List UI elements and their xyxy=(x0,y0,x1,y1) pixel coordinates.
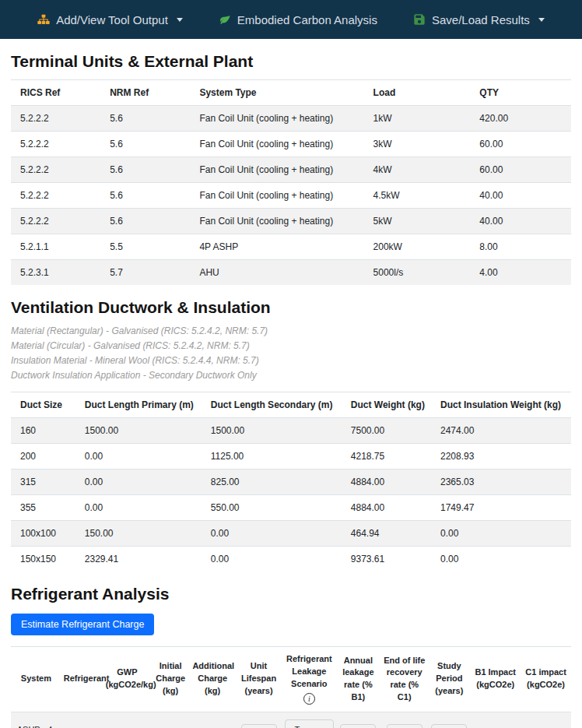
column-header: Duct Length Secondary (m) xyxy=(202,392,342,418)
note-line: Insulation Material - Mineral Wool (RICS… xyxy=(11,355,571,366)
table-cell: 160 xyxy=(11,418,75,444)
column-header: Duct Insulation Weight (kg) xyxy=(431,392,571,418)
study-period-input[interactable] xyxy=(431,724,467,728)
estimate-refrigerant-charge-button[interactable]: Estimate Refrigerant Charge xyxy=(11,614,154,635)
table-cell: 4.00 xyxy=(470,260,571,286)
table-cell: 1500.00 xyxy=(75,418,202,444)
table-row: 150x1502329.410.009373.610.00 xyxy=(11,547,571,572)
gwp-cell: 3 xyxy=(103,712,151,728)
column-header: System Type xyxy=(190,80,363,106)
table-row: 5.2.1.15.54P ASHP200kW8.00 xyxy=(11,234,571,260)
chevron-down-icon xyxy=(538,18,545,22)
refrigerant-title: Refrigerant Analysis xyxy=(11,585,571,603)
table-cell: 0.00 xyxy=(202,547,342,572)
eol-recovery-rate-input[interactable] xyxy=(387,724,422,728)
refrigerant-cell: R290 xyxy=(61,712,103,728)
table-row: ASHP - 4-Pipe ASHP R290 3 350 0 Type 1 1… xyxy=(11,712,571,728)
column-header-label: Refrigerant Leakage Scenario xyxy=(285,653,333,691)
table-cell: 4884.00 xyxy=(342,495,431,521)
table-cell: 7500.00 xyxy=(342,418,431,444)
table-cell: 5.6 xyxy=(100,157,190,183)
table-cell: 40.00 xyxy=(470,183,571,209)
table-cell: 1kW xyxy=(364,106,471,132)
ventilation-title: Ventilation Ductwork & Insulation xyxy=(11,298,571,317)
table-cell: 0.00 xyxy=(75,495,202,521)
unit-lifespan-input[interactable] xyxy=(241,724,277,728)
table-cell: Fan Coil Unit (cooling + heating) xyxy=(190,209,363,234)
ductwork-table: Duct Size Duct Length Primary (m) Duct L… xyxy=(11,392,571,571)
sitemap-icon xyxy=(37,13,50,26)
column-header: End of life recovery rate (% C1) xyxy=(380,647,428,712)
table-cell: 150.00 xyxy=(75,521,202,547)
table-cell: 1500.00 xyxy=(202,418,342,444)
table-cell: 40.00 xyxy=(470,209,571,234)
annual-leakage-rate-input[interactable] xyxy=(340,724,376,728)
table-cell: 315 xyxy=(11,470,75,495)
column-header-leakage-scenario: Refrigerant Leakage Scenario i xyxy=(282,647,335,712)
top-navbar: Add/View Tool Output Embodied Carbon Ana… xyxy=(0,0,582,39)
table-cell: 420.00 xyxy=(470,106,571,132)
initial-charge-cell: 350 xyxy=(151,712,190,728)
column-header: System xyxy=(11,647,61,712)
column-header: B1 Impact (kgCO2e) xyxy=(470,647,521,712)
table-cell: 1125.00 xyxy=(202,444,342,470)
table-row: 5.2.3.15.7AHU5000l/s4.00 xyxy=(11,260,571,286)
column-header: NRM Ref xyxy=(100,80,190,106)
table-header-row: RICS Ref NRM Ref System Type Load QTY xyxy=(11,80,571,106)
table-row: 3550.00550.004884.001749.47 xyxy=(11,495,571,521)
table-cell: 2474.00 xyxy=(431,418,571,444)
table-cell: 0.00 xyxy=(431,547,571,572)
note-line: Ductwork Insulation Application - Second… xyxy=(11,370,571,381)
table-cell: AHU xyxy=(190,260,363,286)
nav-item-label: Save/Load Results xyxy=(432,13,530,26)
table-row: 3150.00825.004884.002365.03 xyxy=(11,470,571,495)
table-cell: 200kW xyxy=(364,234,471,260)
nav-save-load-results[interactable]: Save/Load Results xyxy=(413,13,545,26)
table-cell: 2365.03 xyxy=(431,470,571,495)
table-cell: 4P ASHP xyxy=(190,234,363,260)
table-cell: Fan Coil Unit (cooling + heating) xyxy=(190,132,363,157)
nav-add-view-tool-output[interactable]: Add/View Tool Output xyxy=(37,13,183,26)
column-header: Duct Size xyxy=(11,392,75,418)
nav-item-label: Add/View Tool Output xyxy=(56,13,168,26)
save-icon xyxy=(413,13,426,26)
table-cell: 5.6 xyxy=(100,183,190,209)
note-line: Material (Rectangular) - Galvanised (RIC… xyxy=(11,325,571,336)
column-header: Initial Charge (kg) xyxy=(151,647,190,712)
table-cell: 100x100 xyxy=(11,521,75,547)
table-cell: 4.5kW xyxy=(364,183,471,209)
nav-embodied-carbon-analysis[interactable]: Embodied Carbon Analysis xyxy=(219,13,377,26)
table-cell: 4218.75 xyxy=(342,444,431,470)
table-cell: Fan Coil Unit (cooling + heating) xyxy=(190,106,363,132)
table-cell: 464.94 xyxy=(342,521,431,547)
table-cell: 5000l/s xyxy=(364,260,471,286)
column-header: Refrigerant xyxy=(61,647,103,712)
table-cell: 4884.00 xyxy=(342,470,431,495)
table-cell: 5.2.3.1 xyxy=(11,260,100,286)
system-cell: ASHP - 4-Pipe ASHP xyxy=(11,712,61,728)
table-cell: 5.2.2.2 xyxy=(11,157,100,183)
table-row: 100x100150.000.00464.940.00 xyxy=(11,521,571,547)
table-cell: 355 xyxy=(11,495,75,521)
leaf-icon xyxy=(219,13,231,26)
table-row: 2000.001125.004218.752208.93 xyxy=(11,444,571,470)
table-cell: 5.6 xyxy=(100,106,190,132)
column-header: QTY xyxy=(470,80,571,106)
leakage-scenario-select[interactable]: Type 1 xyxy=(285,719,333,728)
table-cell: 60.00 xyxy=(470,132,571,157)
table-cell: 5.2.2.2 xyxy=(11,106,100,132)
note-line: Material (Circular) - Galvanised (RICS: … xyxy=(11,340,571,351)
info-icon[interactable]: i xyxy=(303,693,315,705)
table-cell: Fan Coil Unit (cooling + heating) xyxy=(190,183,363,209)
table-row: 5.2.2.25.6Fan Coil Unit (cooling + heati… xyxy=(11,157,571,183)
column-header: Duct Weight (kg) xyxy=(342,392,431,418)
column-header: Study Period (years) xyxy=(428,647,470,712)
column-header: C1 impact (kgCO2e) xyxy=(521,647,571,712)
table-cell: 200 xyxy=(11,444,75,470)
table-row: 5.2.2.25.6Fan Coil Unit (cooling + heati… xyxy=(11,209,571,234)
additional-charge-cell: 0 xyxy=(190,712,235,728)
column-header: RICS Ref xyxy=(11,80,100,106)
table-row: 5.2.2.25.6Fan Coil Unit (cooling + heati… xyxy=(11,106,571,132)
table-cell: 5.6 xyxy=(100,132,190,157)
table-cell: 2329.41 xyxy=(75,547,202,572)
